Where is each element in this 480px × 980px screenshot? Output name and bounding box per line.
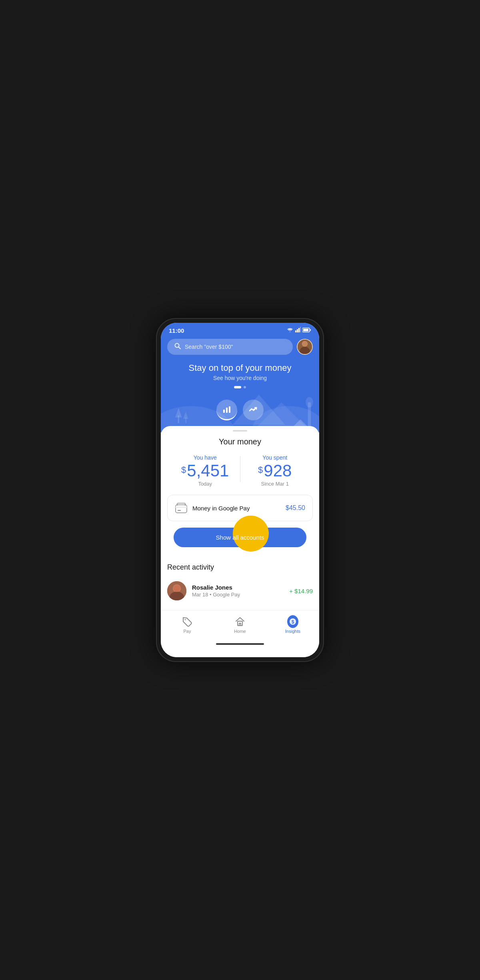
nav-label-insights: Insights	[285, 629, 300, 634]
balance-amount: $45.50	[286, 504, 305, 512]
show-accounts-label: Show all accounts	[216, 534, 264, 541]
bottom-nav: Pay Home	[161, 610, 319, 642]
svg-point-23	[306, 397, 313, 407]
money-spent-stat: You spent $ 928 Since Mar 1	[240, 454, 310, 487]
nav-item-home[interactable]: Home	[214, 614, 266, 635]
chart-button[interactable]	[216, 400, 237, 420]
status-time: 11:00	[169, 327, 184, 334]
svg-rect-25	[226, 408, 228, 413]
you-spent-label: You spent	[240, 454, 310, 461]
svg-rect-3	[300, 327, 301, 332]
show-accounts-container: Show all accounts	[167, 528, 313, 555]
signal-icon	[295, 327, 301, 334]
you-have-label: You have	[170, 454, 240, 461]
have-dollar: $	[181, 465, 186, 475]
svg-rect-0	[295, 330, 296, 332]
activity-detail: Mar 18 • Google Pay	[192, 592, 284, 598]
battery-icon	[302, 327, 311, 334]
activity-item[interactable]: Rosalie Jones Mar 18 • Google Pay + $14.…	[167, 578, 313, 604]
wifi-icon	[286, 327, 294, 334]
svg-rect-24	[223, 410, 225, 413]
svg-rect-36	[239, 623, 241, 626]
svg-text:$: $	[292, 619, 294, 625]
money-stats: You have $ 5,451 Today You spent $ 928 S…	[161, 454, 319, 495]
search-icon	[174, 343, 181, 351]
svg-point-12	[302, 341, 308, 346]
spent-period: Since Mar 1	[240, 481, 310, 487]
activity-info: Rosalie Jones Mar 18 • Google Pay	[192, 584, 284, 598]
status-bar: 11:00	[161, 323, 319, 336]
gpay-icon	[175, 502, 188, 514]
search-bar[interactable]: Search "over $100"	[167, 339, 293, 355]
balance-left: Money in Google Pay	[175, 502, 250, 514]
your-money-title: Your money	[161, 437, 319, 446]
svg-rect-27	[176, 505, 187, 513]
home-icon	[234, 616, 246, 627]
recent-activity: Recent activity Rosal	[161, 563, 319, 604]
header-area: 11:00	[161, 323, 319, 432]
action-buttons	[216, 400, 264, 420]
nav-label-home: Home	[234, 629, 246, 634]
avatar[interactable]	[297, 339, 313, 355]
nav-label-pay: Pay	[184, 629, 191, 634]
search-placeholder: Search "over $100"	[185, 344, 233, 350]
nav-item-pay[interactable]: Pay	[161, 614, 214, 635]
spent-dollar: $	[258, 465, 263, 475]
hero-title: Stay on top of your money	[169, 363, 311, 373]
insights-icon: $	[287, 616, 298, 627]
bottom-bar	[216, 643, 264, 645]
dot-1[interactable]	[244, 386, 246, 388]
balance-card[interactable]: Money in Google Pay $45.50	[167, 495, 313, 521]
have-number: 5,451	[187, 462, 229, 479]
svg-rect-6	[310, 329, 311, 331]
trend-button[interactable]	[243, 400, 264, 420]
activity-avatar	[167, 581, 186, 600]
phone-screen: 11:00	[161, 323, 319, 657]
landscape-area	[161, 384, 319, 432]
activity-name: Rosalie Jones	[192, 584, 284, 591]
recent-activity-title: Recent activity	[167, 563, 313, 572]
content-area: Your money You have $ 5,451 Today You sp…	[161, 426, 319, 657]
svg-line-8	[179, 347, 181, 349]
hero-subtitle: See how you're doing	[169, 375, 311, 381]
svg-point-34	[185, 619, 186, 620]
svg-rect-1	[297, 329, 298, 332]
have-period: Today	[170, 481, 240, 487]
tag-icon	[182, 616, 193, 627]
slide-indicators	[161, 384, 319, 392]
have-amount: $ 5,451	[170, 462, 240, 479]
balance-label: Money in Google Pay	[192, 505, 250, 512]
spent-amount: $ 928	[240, 462, 310, 479]
dot-0[interactable]	[234, 386, 241, 388]
svg-rect-5	[303, 329, 308, 331]
status-icons	[286, 327, 311, 334]
drag-handle[interactable]	[233, 430, 247, 432]
svg-rect-26	[229, 406, 230, 413]
svg-point-33	[173, 585, 180, 592]
phone-frame: 11:00	[156, 318, 324, 662]
hero-text: Stay on top of your money See how you're…	[161, 359, 319, 384]
svg-rect-28	[176, 506, 187, 508]
money-have-stat: You have $ 5,451 Today	[170, 454, 240, 487]
spent-number: 928	[264, 462, 292, 479]
show-accounts-button[interactable]: Show all accounts	[174, 528, 306, 547]
activity-amount: + $14.99	[289, 588, 313, 594]
svg-rect-2	[298, 328, 300, 332]
nav-item-insights[interactable]: $ Insights	[266, 614, 319, 635]
search-row: Search "over $100"	[161, 336, 319, 359]
